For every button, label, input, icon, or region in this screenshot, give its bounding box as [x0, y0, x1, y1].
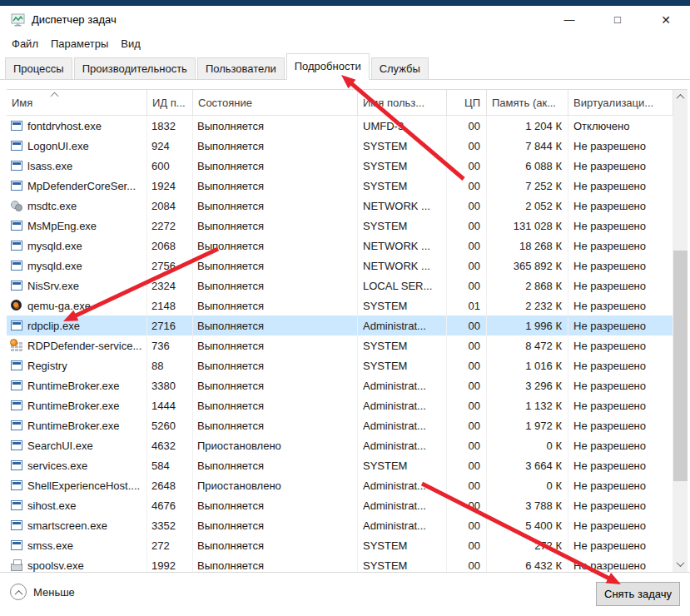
- firewall-process-icon: [10, 339, 23, 352]
- process-status-cell: Выполняется: [193, 395, 358, 415]
- process-row[interactable]: RDPDefender-service...736ВыполняетсяSYST…: [7, 335, 688, 355]
- process-cpu-cell: 00: [447, 216, 487, 236]
- process-cpu-cell: 00: [447, 535, 487, 555]
- process-row[interactable]: RuntimeBroker.exe1444ВыполняетсяAdminist…: [7, 395, 688, 415]
- menubar: Файл Параметры Вид: [0, 33, 690, 53]
- process-user-cell: NETWORK ...: [358, 236, 447, 256]
- process-row[interactable]: RuntimeBroker.exe3380ВыполняетсяAdminist…: [7, 375, 688, 395]
- tab-processes[interactable]: Процессы: [5, 57, 72, 79]
- column-header-virtualization[interactable]: Виртуализаци...: [568, 90, 673, 115]
- process-cpu-cell: 00: [447, 156, 487, 176]
- process-pid-cell: 2068: [147, 236, 193, 256]
- close-button[interactable]: ✕: [642, 6, 690, 33]
- process-row[interactable]: smartscreen.exe3352ВыполняетсяAdministra…: [7, 515, 688, 535]
- process-row[interactable]: sihost.exe4676ВыполняетсяAdministrat...0…: [7, 495, 688, 515]
- process-row[interactable]: fontdrvhost.exe1832ВыполняетсяUMFD-3001 …: [7, 116, 688, 136]
- process-status-cell: Выполняется: [193, 495, 358, 515]
- process-pid-cell: 272: [147, 535, 193, 555]
- process-row[interactable]: msdtc.exe2084ВыполняетсяNETWORK ...002 0…: [7, 196, 688, 216]
- column-header-user[interactable]: Имя польз...: [358, 90, 447, 115]
- process-user-cell: SYSTEM: [358, 535, 447, 555]
- process-virtualization-cell: Не разрешено: [568, 535, 673, 555]
- process-row[interactable]: services.exe584ВыполняетсяSYSTEM003 664 …: [7, 455, 688, 475]
- process-row[interactable]: Registry88ВыполняетсяSYSTEM001 016 КНе р…: [7, 355, 688, 375]
- process-row[interactable]: ShellExperienceHost....2648Приостановлен…: [7, 475, 688, 495]
- scrollbar-down-icon[interactable]: [673, 557, 688, 571]
- process-memory-cell: 0 К: [487, 435, 568, 455]
- process-row[interactable]: SearchUI.exe4632ПриостановленоAdministra…: [7, 435, 688, 455]
- tab-services[interactable]: Службы: [371, 57, 429, 79]
- menu-options[interactable]: Параметры: [51, 37, 108, 50]
- process-row[interactable]: mysqld.exe2068ВыполняетсяNETWORK ...0018…: [7, 236, 688, 256]
- process-cpu-cell: 00: [447, 276, 487, 296]
- process-row[interactable]: LogonUI.exe924ВыполняетсяSYSTEM007 844 К…: [7, 136, 688, 156]
- process-row[interactable]: rdpclip.exe2716ВыполняетсяAdministrat...…: [7, 315, 688, 335]
- column-header-cpu[interactable]: ЦП: [447, 90, 487, 115]
- process-cpu-cell: 00: [447, 335, 487, 355]
- process-virtualization-cell: Не разрешено: [568, 196, 673, 216]
- process-pid-cell: 2716: [147, 315, 193, 335]
- process-memory-cell: 131 028 К: [487, 216, 568, 236]
- end-task-button[interactable]: Снять задачу: [596, 582, 680, 606]
- process-virtualization-cell: Отключено: [568, 116, 673, 136]
- process-name-cell: mysqld.exe: [7, 236, 147, 256]
- process-cpu-cell: 00: [447, 375, 487, 395]
- process-status-cell: Выполняется: [193, 375, 358, 395]
- process-status-cell: Выполняется: [193, 535, 358, 555]
- process-name-cell: ShellExperienceHost....: [7, 475, 147, 495]
- minimize-button[interactable]: —: [545, 6, 593, 33]
- process-row[interactable]: MsMpEng.exe2272ВыполняетсяSYSTEM00131 02…: [7, 216, 688, 236]
- process-memory-cell: 7 252 К: [487, 176, 568, 196]
- process-row[interactable]: spoolsv.exe1992ВыполняетсяSYSTEM006 432 …: [7, 555, 688, 572]
- process-virtualization-cell: Не разрешено: [568, 236, 673, 256]
- process-row[interactable]: MpDefenderCoreSer...1924ВыполняетсяSYSTE…: [7, 176, 688, 196]
- process-memory-cell: 18 268 К: [487, 236, 568, 256]
- process-cpu-cell: 00: [447, 256, 487, 276]
- maximize-button[interactable]: □: [593, 6, 642, 33]
- menu-view[interactable]: Вид: [121, 37, 141, 50]
- vertical-scrollbar[interactable]: [673, 90, 688, 572]
- tab-users[interactable]: Пользователи: [197, 57, 285, 79]
- process-user-cell: SYSTEM: [358, 335, 447, 355]
- process-virtualization-cell: Не разрешено: [568, 515, 673, 535]
- process-memory-cell: 3 664 К: [487, 455, 568, 475]
- process-virtualization-cell: Не разрешено: [568, 256, 673, 276]
- process-name-cell: LogonUI.exe: [7, 136, 147, 156]
- scrollbar-up-icon[interactable]: [673, 90, 688, 104]
- app-process-icon: [10, 539, 23, 552]
- app-process-icon: [10, 439, 23, 452]
- process-memory-cell: 0 К: [487, 475, 568, 495]
- column-header-memory[interactable]: Память (ак...: [487, 90, 568, 115]
- process-memory-cell: 2 868 К: [487, 276, 568, 296]
- process-cpu-cell: 00: [447, 116, 487, 136]
- scrollbar-thumb[interactable]: [673, 251, 688, 481]
- process-status-cell: Выполняется: [193, 455, 358, 475]
- tab-performance[interactable]: Производительность: [74, 57, 196, 79]
- process-memory-cell: 1 204 К: [487, 116, 568, 136]
- process-row[interactable]: smss.exe272ВыполняетсяSYSTEM00272 КНе ра…: [7, 535, 688, 555]
- tab-details[interactable]: Подробности: [286, 53, 370, 80]
- app-process-icon: [10, 179, 23, 192]
- process-cpu-cell: 00: [447, 315, 487, 335]
- process-virtualization-cell: Не разрешено: [568, 555, 673, 572]
- process-row[interactable]: RuntimeBroker.exe5260ВыполняетсяAdminist…: [7, 415, 688, 435]
- fewer-details-toggle[interactable]: Меньше: [10, 584, 75, 600]
- process-name-cell: RDPDefender-service...: [7, 335, 147, 355]
- process-cpu-cell: 01: [447, 296, 487, 315]
- column-header-pid[interactable]: ИД п...: [147, 90, 193, 115]
- process-row[interactable]: qemu-ga.exe2148ВыполняетсяSYSTEM012 232 …: [7, 296, 688, 315]
- process-status-cell: Выполняется: [193, 555, 358, 572]
- process-list: fontdrvhost.exe1832ВыполняетсяUMFD-3001 …: [7, 116, 688, 572]
- window-controls: — □ ✕: [545, 6, 690, 33]
- process-row[interactable]: NisSrv.exe2324ВыполняетсяLOCAL SER...002…: [7, 276, 688, 296]
- process-row[interactable]: mysqld.exe2756ВыполняетсяNETWORK ...0036…: [7, 256, 688, 276]
- column-header-status[interactable]: Состояние: [193, 90, 358, 115]
- process-row[interactable]: lsass.exe600ВыполняетсяSYSTEM006 088 КНе…: [7, 156, 688, 176]
- process-user-cell: UMFD-3: [358, 116, 447, 136]
- app-process-icon: [10, 279, 23, 292]
- process-memory-cell: 6 088 К: [487, 156, 568, 176]
- process-pid-cell: 3352: [147, 515, 193, 535]
- details-table: Имя ИД п... Состояние Имя польз... ЦП Па…: [7, 89, 688, 572]
- column-header-name[interactable]: Имя: [7, 90, 147, 115]
- menu-file[interactable]: Файл: [12, 37, 38, 50]
